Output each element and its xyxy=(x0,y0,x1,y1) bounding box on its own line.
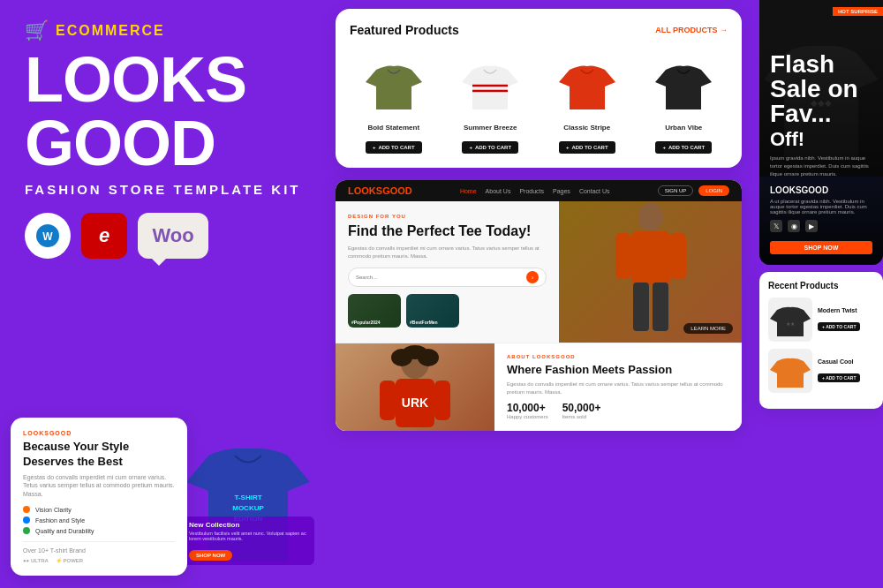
recent-product-img-2 xyxy=(768,349,812,393)
product-name-1: Bold Statement xyxy=(350,124,438,132)
product-img-1 xyxy=(358,48,429,118)
hero-desc: Egestas do convalls imperdiet mi cum orn… xyxy=(348,245,547,260)
recent-product-casual-cool: Casual Cool + ADD TO CART xyxy=(768,349,874,393)
fashion-title: Where Fashion Meets Passion xyxy=(507,363,729,377)
all-products-link[interactable]: ALL PRODUCTS → xyxy=(655,26,728,34)
center-panel: Featured Products ALL PRODUCTS → Bold St… xyxy=(336,0,768,588)
feature-quality: Quality and Durability xyxy=(23,527,175,534)
recent-add-to-cart-2[interactable]: + ADD TO CART xyxy=(818,373,860,382)
flash-shop-now-button[interactable]: SHOP NOW xyxy=(770,241,872,254)
svg-rect-8 xyxy=(631,231,670,284)
nav-about[interactable]: About Us xyxy=(486,188,511,194)
svg-point-7 xyxy=(638,203,663,231)
brand-desc: A ut placerat gravida nibh. Vestibulum i… xyxy=(770,199,872,215)
fashion-tag: ABOUT LOOKSGOOD xyxy=(507,354,729,359)
add-to-cart-btn-1[interactable]: +ADD TO CART xyxy=(366,141,422,154)
svg-rect-10 xyxy=(670,233,686,279)
fashion-image: URK xyxy=(336,343,494,431)
svg-rect-11 xyxy=(633,283,649,331)
flash-tag: HOT SURPRISE xyxy=(833,7,883,16)
hero-right: LEARN MORE xyxy=(559,201,742,343)
youtube-icon[interactable]: ▶ xyxy=(805,220,818,232)
fashion-person-svg: URK xyxy=(371,343,459,431)
login-button[interactable]: LOGIN xyxy=(698,185,729,196)
svg-text:URK: URK xyxy=(402,396,428,410)
nav-products[interactable]: Products xyxy=(519,188,544,194)
shop-now-button[interactable]: SHOP NOW xyxy=(189,550,232,561)
hero-learn-more-btn[interactable]: LEARN MORE xyxy=(683,323,733,334)
lower-card: LOOKSGOOD Because Your Style Deserves th… xyxy=(11,418,187,576)
social-icons: 𝕏 ◉ ▶ xyxy=(770,220,872,232)
person-svg xyxy=(607,201,695,343)
hero-thumbnails: #Popular2024 #BestForMen xyxy=(348,294,547,328)
lower-card-footer: Over 10+ T-shirt Brand ●● ULTRA ⚡ POWER xyxy=(23,541,175,563)
products-grid: Bold Statement +ADD TO CART Summer Breez… xyxy=(350,48,728,154)
signup-button[interactable]: SIGN UP xyxy=(658,185,694,196)
twitter-icon[interactable]: 𝕏 xyxy=(770,220,782,232)
svg-rect-19 xyxy=(380,381,396,420)
nav-contact[interactable]: Contact Us xyxy=(579,188,610,194)
lower-card-header: LOOKSGOOD xyxy=(23,430,175,436)
recent-add-to-cart-1[interactable]: + ADD TO CART xyxy=(818,322,860,331)
hero-search: › xyxy=(348,268,547,287)
subtitle: FASHION STORE TEMPLATE KIT xyxy=(25,182,302,197)
feature-list: Vision Clarity Fashion and Style Quality… xyxy=(23,506,175,534)
feature-dot-fashion xyxy=(23,516,30,524)
left-panel: 🛒 ECOMMERCE LOOKS GOOD FASHION STORE TEM… xyxy=(0,0,327,588)
flash-off: Off! xyxy=(770,128,872,151)
recent-title: Recent Products xyxy=(768,281,874,290)
fashion-stats: 10,000+ Happy customers 50,000+ Items so… xyxy=(507,402,729,419)
svg-rect-20 xyxy=(434,381,450,420)
brand-name: LOOKSGOOD xyxy=(770,185,872,195)
hero-search-input[interactable] xyxy=(356,275,526,280)
fashion-content: ABOUT LOOKSGOOD Where Fashion Meets Pass… xyxy=(494,343,742,431)
badges-row: W e Woo xyxy=(25,213,302,259)
recent-product-info-2: Casual Cool + ADD TO CART xyxy=(818,358,874,383)
wordpress-badge: W xyxy=(25,213,71,259)
hero-thumb-men[interactable]: #BestForMen xyxy=(406,294,459,328)
feature-dot-quality xyxy=(23,527,30,534)
mockup-hero: DESIGN FOR YOU Find the Perfect Tee Toda… xyxy=(336,201,742,343)
feature-fashion: Fashion and Style xyxy=(23,516,175,524)
add-to-cart-btn-2[interactable]: +ADD TO CART xyxy=(462,141,518,154)
featured-products-card: Featured Products ALL PRODUCTS → Bold St… xyxy=(336,9,742,168)
fashion-section: URK ABOUT LOOKSGOOD Where Fashion Meets … xyxy=(336,343,742,431)
hero-thumb-popular[interactable]: #Popular2024 xyxy=(348,294,401,328)
featured-header: Featured Products ALL PRODUCTS → xyxy=(350,23,728,37)
add-to-cart-btn-4[interactable]: +ADD TO CART xyxy=(655,141,712,154)
recent-product-img-1: ★★ xyxy=(768,298,812,342)
hero-search-submit[interactable]: › xyxy=(526,271,539,283)
product-name-2: Summer Breeze xyxy=(447,124,535,132)
recent-product-modern-twist: ★★ Modern Twist + ADD TO CART xyxy=(768,298,874,342)
add-to-cart-btn-3[interactable]: +ADD TO CART xyxy=(559,141,615,154)
product-img-2 xyxy=(455,48,525,118)
main-title: LOOKS GOOD xyxy=(25,48,302,175)
flash-title: FlashSale onFav... xyxy=(770,52,872,126)
instagram-icon[interactable]: ◉ xyxy=(788,220,800,232)
hero-title: Find the Perfect Tee Today! xyxy=(348,222,547,239)
recent-product-name-2: Casual Cool xyxy=(818,358,874,365)
svg-text:MOCKUP: MOCKUP xyxy=(232,504,264,512)
nav-buttons: SIGN UP LOGIN xyxy=(658,185,729,196)
hero-tag: DESIGN FOR YOU xyxy=(348,214,547,219)
product-urban-vibe: Urban Vibe +ADD TO CART xyxy=(640,48,728,154)
product-name-3: Classic Stripe xyxy=(543,124,631,132)
featured-title: Featured Products xyxy=(350,23,459,37)
hero-image xyxy=(559,201,742,343)
website-mockup: LOOKSGOOD Home About Us Products Pages C… xyxy=(336,180,742,431)
stat-items: 50,000+ Items sold xyxy=(562,402,601,419)
mockup-nav: LOOKSGOOD Home About Us Products Pages C… xyxy=(336,180,742,201)
svg-point-16 xyxy=(418,349,439,366)
flash-sale-card: ◆◆◆ HOT SURPRISE FlashSale onFav... Off!… xyxy=(759,0,883,265)
product-name-4: Urban Vibe xyxy=(640,124,728,132)
product-img-4 xyxy=(648,48,719,118)
nav-pages[interactable]: Pages xyxy=(553,188,570,194)
nav-home[interactable]: Home xyxy=(460,188,477,194)
svg-text:W: W xyxy=(42,230,53,243)
feature-dot-vision xyxy=(23,506,30,513)
flash-desc: Ipsum gravida nibh. Vestibulum in auque … xyxy=(770,155,872,178)
svg-text:★★: ★★ xyxy=(786,321,795,327)
product-bold-statement: Bold Statement +ADD TO CART xyxy=(350,48,438,154)
ecommerce-text: ECOMMERCE xyxy=(56,23,165,39)
lower-card-desc: Egestas do convalls imperdiet mi cum orn… xyxy=(23,473,175,499)
